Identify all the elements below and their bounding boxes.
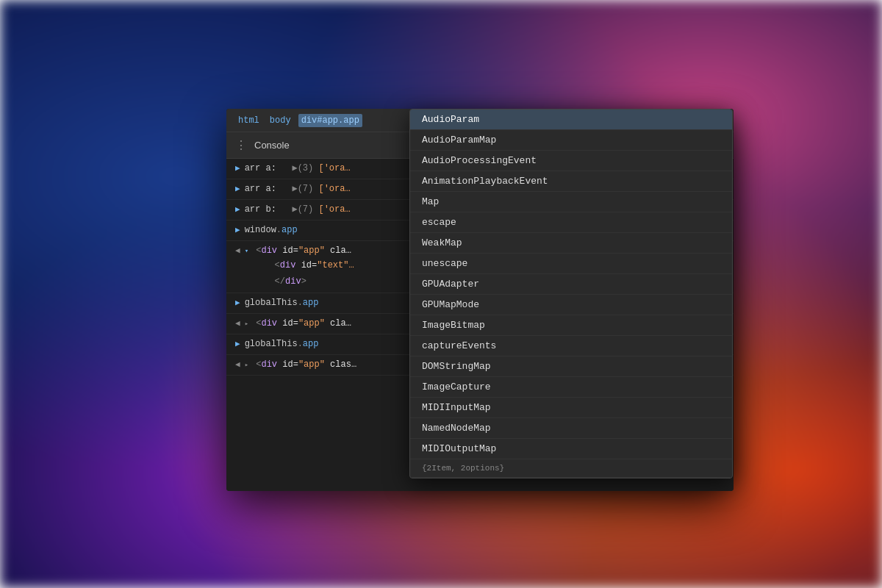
autocomplete-item[interactable]: GPUAdapter [410, 274, 732, 295]
line-content: window.app [245, 223, 298, 237]
right-arrow-icon: ▶ [235, 224, 240, 237]
autocomplete-dropdown[interactable]: AudioParam AudioParamMap AudioProcessing… [409, 109, 733, 478]
autocomplete-item[interactable]: AudioProcessingEvent [410, 151, 732, 171]
autocomplete-item[interactable]: captureEvents [410, 336, 732, 356]
autocomplete-item[interactable]: AnimationPlaybackEvent [410, 171, 732, 192]
autocomplete-item[interactable]: AudioParam [410, 110, 732, 130]
expand-icon: ▶ [235, 204, 240, 216]
line-content: ▸ <div id="app" clas… [245, 358, 356, 371]
line-content: ▾ <div id="app" cla… [245, 244, 351, 257]
menu-dots-icon[interactable]: ⋮ [232, 138, 250, 152]
autocomplete-item[interactable]: {2Item, 2options} [410, 459, 732, 478]
autocomplete-item[interactable]: unescape [410, 254, 732, 274]
autocomplete-item[interactable]: ImageCapture [410, 377, 732, 398]
autocomplete-item[interactable]: AudioParamMap [410, 130, 732, 151]
breadcrumb-html[interactable]: html [235, 114, 262, 127]
autocomplete-item[interactable]: MIDIInputMap [410, 398, 732, 418]
line-content: ▸ <div id="app" cla… [245, 317, 351, 330]
autocomplete-item[interactable]: Map [410, 192, 732, 212]
breadcrumb-body[interactable]: body [267, 114, 294, 127]
autocomplete-item[interactable]: escape [410, 212, 732, 233]
left-arrow-icon: ◀ [235, 318, 240, 330]
line-content: arr a: ▶(7) ['ora… [245, 182, 351, 196]
autocomplete-item[interactable]: GPUMapMode [410, 295, 732, 315]
line-content: globalThis.app [245, 296, 319, 309]
line-content: arr b: ▶(7) ['ora… [245, 203, 351, 216]
breadcrumb-div[interactable]: div#app.app [298, 114, 362, 127]
line-content: arr a: ▶(3) ['ora… [245, 162, 351, 175]
expand-icon: ▶ [235, 183, 240, 196]
right-arrow-icon: ▶ [235, 338, 240, 351]
left-arrow-icon: ◀ [235, 359, 240, 371]
autocomplete-item[interactable]: DOMStringMap [410, 356, 732, 377]
sub-line-close: </div> [259, 273, 354, 290]
autocomplete-item[interactable]: NamedNodeMap [410, 418, 732, 439]
sub-line: <div id="text"… [259, 257, 354, 273]
line-content: globalThis.app [245, 337, 319, 351]
expand-icon: ▶ [235, 162, 240, 175]
left-arrow-icon: ◀ [235, 245, 240, 257]
autocomplete-item[interactable]: ImageBitmap [410, 315, 732, 336]
right-arrow-icon: ▶ [235, 297, 240, 309]
autocomplete-item[interactable]: WeakMap [410, 233, 732, 254]
autocomplete-item[interactable]: MIDIOutputMap [410, 439, 732, 459]
